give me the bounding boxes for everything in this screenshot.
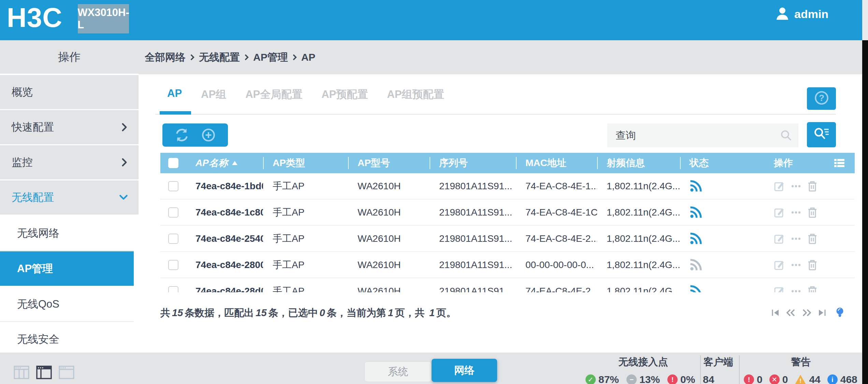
ap-name-cell: 74ea-c84e-2800: [186, 260, 263, 270]
column-header-3[interactable]: 序列号: [430, 153, 516, 173]
row-actions-cell: [764, 207, 855, 218]
table-body: 74ea-c84e-1bd0手工APWA2610H219801A11S91...…: [160, 173, 855, 292]
stat-title: 无线接入点: [580, 355, 706, 369]
stat-value: 44: [809, 374, 820, 384]
layout-columns-icon[interactable]: [14, 366, 29, 379]
add-button[interactable]: [201, 128, 216, 143]
status-cell: [680, 179, 764, 193]
first-page-icon[interactable]: [770, 308, 781, 318]
breadcrumb-item[interactable]: AP管理: [253, 50, 288, 64]
help-icon: ?: [814, 90, 829, 107]
last-page-icon[interactable]: [817, 308, 827, 318]
sidebar-item-label: 无线安全: [17, 332, 59, 346]
user-name: admin: [794, 8, 828, 21]
breadcrumb-separator-icon: [292, 54, 297, 61]
edit-icon[interactable]: [774, 207, 785, 218]
row-actions-cell: [764, 259, 855, 271]
stat-value: 13%: [639, 374, 660, 384]
column-header-1[interactable]: AP类型: [263, 153, 348, 173]
pagination-text: 页，共: [395, 307, 428, 318]
tab-ap-group-preprovision[interactable]: AP组预配置: [387, 87, 444, 102]
sidebar-item-wireless-network[interactable]: 无线网络: [0, 216, 134, 251]
user-menu[interactable]: admin: [775, 6, 828, 22]
help-button[interactable]: ?: [807, 87, 836, 110]
refresh-button[interactable]: [174, 128, 189, 143]
wifi-online-icon: [689, 284, 703, 293]
column-header-7[interactable]: 操作: [764, 153, 855, 173]
breadcrumb-item[interactable]: 无线配置: [199, 50, 240, 64]
delete-icon[interactable]: [807, 259, 818, 271]
row-checkbox[interactable]: [168, 260, 178, 270]
more-actions-icon[interactable]: [790, 260, 802, 270]
tab-bar: APAP组AP全局配置AP预配置AP组预配置: [167, 87, 444, 102]
more-actions-icon[interactable]: [790, 181, 802, 192]
edit-icon[interactable]: [774, 233, 785, 244]
search-input[interactable]: [607, 129, 780, 142]
sidebar-item-wireless-security[interactable]: 无线安全: [0, 322, 134, 352]
tab-ap-global-config[interactable]: AP全局配置: [245, 87, 302, 102]
row-actions-cell: [764, 233, 855, 245]
ap-name-cell: 74ea-c84e-1c80: [186, 207, 263, 218]
pagination-number: 1: [429, 307, 435, 318]
stat-metric: ✓87%: [585, 374, 619, 384]
sidebar-item-monitor[interactable]: 监控: [0, 145, 139, 179]
row-checkbox[interactable]: [168, 207, 178, 218]
delete-icon[interactable]: [807, 233, 818, 245]
prev-page-icon[interactable]: [785, 308, 796, 318]
sidebar-item-label: 无线QoS: [17, 297, 59, 311]
column-header-4[interactable]: MAC地址: [516, 153, 597, 173]
edit-icon[interactable]: [774, 286, 785, 293]
stat-metric: ✕0: [769, 374, 788, 384]
row-select-cell: [160, 286, 186, 293]
row-checkbox[interactable]: [168, 286, 178, 293]
advanced-search-button[interactable]: [807, 122, 836, 147]
pagination-text: 条数据，匹配出: [185, 307, 254, 318]
breadcrumb-item[interactable]: AP: [301, 51, 316, 63]
ap-model-cell: WA2610H: [348, 260, 430, 270]
svg-text:?: ?: [819, 93, 824, 103]
sidebar-item-overview[interactable]: 概览: [0, 75, 139, 109]
user-icon: [775, 6, 790, 22]
column-header-0[interactable]: AP名称: [186, 153, 263, 173]
delete-icon[interactable]: [807, 285, 818, 293]
tip-bulb-icon[interactable]: [835, 307, 844, 319]
edit-icon[interactable]: [774, 181, 785, 192]
select-all-checkbox[interactable]: [168, 158, 178, 168]
serial-cell: 219801A11S91...: [430, 260, 516, 270]
stat-value: 0%: [680, 374, 695, 384]
column-settings-icon[interactable]: [834, 158, 845, 168]
row-checkbox[interactable]: [168, 181, 178, 191]
next-page-icon[interactable]: [801, 308, 812, 318]
stat-block-wireless-aps: 无线接入点 ✓87%−13%!0%: [580, 355, 706, 384]
tab-ap-group[interactable]: AP组: [201, 87, 226, 102]
stat-metric: i468: [827, 374, 857, 384]
layout-sidebar-icon[interactable]: [36, 366, 52, 379]
column-header-5[interactable]: 射频信息: [597, 153, 680, 173]
sidebar-item-quick-setup[interactable]: 快速配置: [0, 110, 139, 144]
tab-ap[interactable]: AP: [167, 87, 182, 102]
sidebar-item-label: 概览: [12, 85, 128, 99]
row-checkbox[interactable]: [168, 234, 178, 244]
edit-icon[interactable]: [774, 260, 785, 270]
more-actions-icon[interactable]: [790, 207, 802, 218]
layout-full-icon[interactable]: [59, 366, 74, 379]
breadcrumb-item[interactable]: 全部网络: [145, 50, 186, 64]
column-header-label: 操作: [774, 157, 793, 169]
sidebar-item-wireless-config[interactable]: 无线配置: [0, 180, 139, 215]
view-tab-system[interactable]: 系统: [364, 361, 432, 382]
delete-icon[interactable]: [807, 207, 818, 218]
column-header-2[interactable]: AP型号: [348, 153, 430, 173]
column-header-label: 序列号: [439, 157, 468, 169]
sidebar-item-wireless-qos[interactable]: 无线QoS: [0, 287, 134, 322]
delete-icon[interactable]: [807, 180, 818, 192]
radio-cell: 1,802.11n(2.4G...: [597, 260, 680, 270]
radio-cell: 1,802.11n(2.4G...: [597, 207, 680, 218]
serial-cell: 219801A11S91...: [430, 181, 516, 192]
view-tab-network[interactable]: 网络: [432, 359, 497, 382]
more-actions-icon[interactable]: [790, 286, 802, 293]
tab-ap-preprovision[interactable]: AP预配置: [321, 87, 368, 102]
sidebar-item-ap-management[interactable]: AP管理: [0, 251, 134, 286]
column-header-6[interactable]: 状态: [680, 153, 764, 173]
more-actions-icon[interactable]: [790, 233, 802, 244]
sort-asc-icon[interactable]: [232, 161, 237, 165]
